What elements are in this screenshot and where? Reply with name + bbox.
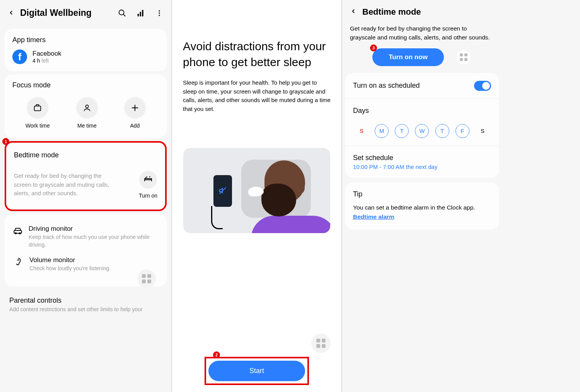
day-friday[interactable]: F [455,124,469,138]
tip-title: Tip [353,190,491,198]
day-saturday[interactable]: S [476,124,490,138]
set-schedule-card[interactable]: Set schedule 10:00 PM - 7:00 AM the next… [345,146,499,178]
svg-point-6 [159,12,160,14]
svg-point-5 [159,10,160,11]
focus-item-add[interactable]: Add [124,97,146,129]
back-icon[interactable] [350,8,357,16]
svg-point-9 [85,105,88,108]
day-wednesday[interactable]: W [415,124,429,138]
app-name: Facebook [32,50,61,58]
intro-heading: Avoid distractions from your phone to ge… [183,39,331,70]
svg-rect-3 [140,12,141,16]
ear-icon [12,256,24,266]
bedtime-description: Get ready for bed by changing the screen… [342,24,502,48]
focus-mode-title: Focus mode [12,81,159,89]
step-badge-3: 3 [370,44,377,51]
back-icon[interactable] [8,7,15,19]
monitors-card: Driving monitor Keep track of how much y… [5,214,167,286]
focus-mode-card: Focus mode Work time Me time Add [5,74,167,138]
parental-controls-card[interactable]: Parental controls Add content restrictio… [0,290,171,312]
car-icon [12,225,23,236]
scheduled-label: Turn on as scheduled [353,82,420,90]
svg-point-7 [159,15,160,16]
app-timers-card[interactable]: App timers f Facebook 4 h left [5,29,167,71]
bedtime-title: Bedtime mode [14,151,157,159]
intro-description: Sleep is important for your health. To h… [183,78,331,113]
bedtime-settings-panel: Bedtime mode Get ready for bed by changi… [342,0,502,392]
day-monday[interactable]: M [375,124,389,138]
page-title: Bedtime mode [362,7,421,17]
grid-button[interactable] [311,334,331,353]
sleep-illustration [183,148,330,233]
bedtime-alarm-link[interactable]: Bedtime alarm [353,213,394,220]
schedule-time: 10:00 PM - 7:00 AM the next day [353,164,491,170]
day-thursday[interactable]: T [435,124,449,138]
step-badge-2: 2 [213,351,220,358]
tip-card: Tip You can set a bedtime alarm in the C… [345,182,499,230]
volume-title: Volume monitor [29,256,111,264]
parental-title: Parental controls [9,297,162,305]
svg-point-0 [119,10,124,15]
bed-icon [143,174,153,185]
svg-rect-4 [142,10,143,16]
focus-item-work[interactable]: Work time [26,97,50,129]
volume-monitor-row[interactable]: Volume monitor Check how loudly you're l… [12,252,159,276]
svg-rect-2 [138,14,139,16]
bedtime-description: Get ready for bed by changing the screen… [14,172,114,198]
panel3-header: Bedtime mode [342,0,502,24]
step-badge-1: 1 [2,138,9,145]
mute-icon [219,187,227,196]
app-time-left: 4 h left [32,58,61,64]
search-icon[interactable] [118,9,126,17]
chart-icon[interactable] [136,9,145,17]
svg-line-1 [123,14,126,16]
day-tuesday[interactable]: T [395,124,409,138]
focus-label: Work time [26,123,50,129]
set-schedule-title: Set schedule [353,154,491,162]
facebook-icon: f [12,49,27,64]
focus-label: Me time [76,123,98,129]
digital-wellbeing-panel: Digital Wellbeing App timers f Facebook … [0,0,172,392]
start-button[interactable]: Start [208,361,305,381]
volume-desc: Check how loudly you're listening. [29,265,111,273]
app-timer-row[interactable]: f Facebook 4 h left [12,49,159,64]
schedule-toggle[interactable] [474,81,491,91]
days-label: Days [353,107,491,115]
app-timers-title: App timers [12,36,159,44]
panel1-header: Digital Wellbeing [0,0,171,26]
parental-desc: Add content restrictions and set other l… [9,306,162,312]
svg-rect-8 [34,106,41,111]
focus-item-me[interactable]: Me time [76,97,98,129]
days-card: Days S M T W T F S [345,99,499,146]
page-title: Digital Wellbeing [20,8,118,18]
focus-label: Add [124,123,146,129]
bedtime-intro-panel: Avoid distractions from your phone to ge… [172,0,342,392]
turn-on-button[interactable]: Turn on [139,171,157,199]
bedtime-mode-card[interactable]: Bedtime mode Get ready for bed by changi… [5,141,167,211]
day-sunday[interactable]: S [355,124,368,138]
turn-on-now-button[interactable]: Turn on now [372,48,444,66]
tip-text: You can set a bedtime alarm in the Clock… [353,203,491,222]
start-button-highlight: Start [205,357,309,385]
grid-button[interactable] [137,269,156,288]
driving-monitor-row[interactable]: Driving monitor Keep track of how much y… [12,221,159,252]
grid-button[interactable] [455,49,472,65]
driving-desc: Keep track of how much you use your phon… [29,233,159,249]
more-icon[interactable] [155,9,164,17]
turn-on-label: Turn on [139,193,157,199]
schedule-toggle-card: Turn on as scheduled [345,73,499,99]
driving-title: Driving monitor [29,225,159,233]
